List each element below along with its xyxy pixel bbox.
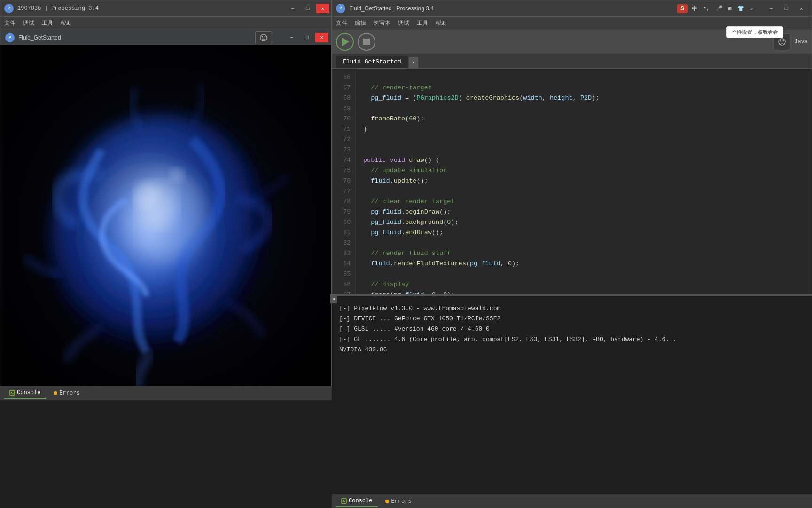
sketch-window: P 190703b | Processing 3.4 － □ ✕ 文件 调试 工… [0, 0, 334, 414]
menu-file[interactable]: 文件 [336, 19, 347, 27]
line-num-70: 70 [332, 114, 355, 124]
processing-icon-right: P [336, 4, 345, 13]
code-titlebar: P Fluid_GetStarted | Processing 3.4 S 中 … [332, 0, 812, 17]
console-line-5: NVIDIA 430.86 [339, 345, 804, 355]
console-tab-right[interactable]: Console [336, 496, 378, 507]
minimize-sketch[interactable]: － [285, 33, 298, 42]
close-button-right[interactable]: ✕ [795, 4, 808, 13]
code-titlebar-controls: － □ ✕ [765, 4, 808, 13]
console-line-3: [-] GLSL ..... #version 460 core / 4.60.… [339, 324, 804, 334]
errors-tab-right[interactable]: Errors [380, 496, 417, 507]
line-num-86: 86 [332, 279, 355, 290]
menu-help[interactable]: 帮助 [436, 19, 447, 27]
menu-item-tools-left[interactable]: 工具 [42, 19, 53, 27]
line-num-73: 73 [332, 145, 355, 155]
line-num-84: 84 [332, 259, 355, 269]
sketch-frame-controls: － □ ✕ [285, 33, 328, 42]
console-tab-left[interactable]: Console [4, 388, 46, 399]
close-sketch[interactable]: ✕ [315, 33, 328, 42]
svg-point-11 [780, 40, 781, 42]
line-num-72: 72 [332, 135, 355, 145]
fluid-simulation-svg [0, 45, 333, 406]
errors-tab-left[interactable]: Errors [48, 388, 85, 398]
sketch-titlebar-controls: － □ ✕ [286, 4, 329, 13]
close-button-left[interactable]: ✕ [316, 4, 329, 13]
tab-dropdown-button[interactable]: ▾ [409, 57, 418, 68]
line-num-79: 79 [332, 207, 355, 217]
line-num-76: 76 [332, 176, 355, 186]
sketch-titlebar-left: P 190703b | Processing 3.4 [4, 4, 286, 13]
plugin-tooltip: 个性设置，点我看看 [726, 26, 783, 38]
console-output: [-] PixelFlow v1.3.0 - www.thomasdiewald… [332, 296, 812, 363]
menu-debug[interactable]: 调试 [398, 19, 409, 27]
plugin-icon-shirt[interactable]: 👕 [735, 4, 746, 13]
collapse-arrow-button[interactable]: ◀ [330, 294, 337, 303]
line-num-80: 80 [332, 217, 355, 228]
right-console-area: [-] PixelFlow v1.3.0 - www.thomasdiewald… [332, 294, 812, 508]
plugin-icon-grid[interactable]: ⊞ [726, 4, 734, 13]
console-line-1: [-] PixelFlow v1.3.0 - www.thomasdiewald… [339, 303, 804, 314]
tab-fluid-getstarted[interactable]: Fluid_GetStarted [336, 56, 408, 68]
line-num-85: 85 [332, 269, 355, 279]
maximize-button-right[interactable]: □ [780, 4, 793, 13]
line-num-75: 75 [332, 166, 355, 176]
plugin-icon-zh[interactable]: 中 [690, 4, 699, 14]
code-window-title: Fluid_GetStarted | Processing 3.4 [349, 5, 434, 12]
plugin-icon-dot[interactable]: •, [701, 4, 711, 13]
left-console-tabs: Console Errors [0, 386, 334, 400]
tabs-bar: Fluid_GetStarted ▾ [332, 54, 812, 69]
line-num-82: 82 [332, 238, 355, 248]
svg-point-10 [779, 39, 785, 45]
svg-point-0 [260, 34, 267, 41]
line-num-81: 81 [332, 228, 355, 238]
svg-point-1 [262, 36, 263, 37]
plugin-icon-s[interactable]: S [677, 4, 688, 13]
menu-item-help-left[interactable]: 帮助 [61, 19, 72, 27]
left-console-area: Console Errors [0, 386, 334, 508]
warning-indicator-right [385, 500, 389, 503]
menu-item-file-left[interactable]: 文件 [4, 19, 16, 27]
sketch-frame-title: Fluid_GetStarted [18, 34, 61, 41]
minimize-button-left[interactable]: － [286, 4, 299, 13]
menu-item-debug-left[interactable]: 调试 [23, 19, 34, 27]
sketch-window-title: 190703b | Processing 3.4 [17, 5, 99, 12]
line-num-66: 66 [332, 72, 355, 83]
line-num-71: 71 [332, 124, 355, 135]
line-num-68: 68 [332, 93, 355, 103]
svg-point-8 [134, 183, 159, 208]
code-titlebar-right: S 中 •, 🎤 ⊞ 👕 ☑ － □ ✕ [677, 4, 808, 14]
play-button[interactable] [336, 33, 354, 51]
stop-icon [363, 39, 370, 45]
sketch-frame-titlebar: P Fluid_GetStarted － □ ✕ [0, 30, 333, 45]
console-line-4: [-] GL ....... 4.6 (Core profile, arb, c… [339, 334, 804, 345]
processing-icon-left: P [4, 4, 14, 13]
svg-point-2 [265, 36, 266, 37]
svg-point-9 [169, 167, 184, 183]
minimize-button-right[interactable]: － [765, 4, 778, 13]
code-titlebar-left: P Fluid_GetStarted | Processing 3.4 [336, 4, 434, 13]
sketch-canvas [0, 45, 333, 406]
debug-icon-left[interactable] [255, 31, 272, 44]
right-console-tabs: Console Errors [332, 494, 812, 508]
svg-rect-15 [342, 499, 346, 503]
line-num-74: 74 [332, 155, 355, 166]
menu-edit[interactable]: 编辑 [355, 19, 366, 27]
line-num-67: 67 [332, 83, 355, 93]
svg-rect-13 [10, 390, 15, 395]
line-num-69: 69 [332, 103, 355, 114]
line-num-78: 78 [332, 197, 355, 207]
maximize-sketch[interactable]: □ [300, 33, 313, 42]
stop-button[interactable] [358, 33, 375, 51]
plugin-icon-check[interactable]: ☑ [748, 4, 755, 13]
maximize-button-left[interactable]: □ [301, 4, 314, 13]
menu-tools[interactable]: 工具 [417, 19, 428, 27]
console-icon-left [9, 390, 15, 396]
warning-indicator-left [54, 391, 57, 395]
sketch-menubar: 文件 调试 工具 帮助 [0, 17, 333, 30]
line-num-83: 83 [332, 248, 355, 259]
play-icon [342, 38, 349, 46]
plugin-icon-mic[interactable]: 🎤 [714, 4, 725, 13]
menu-sketch[interactable]: 速写本 [374, 19, 390, 27]
line-num-77: 77 [332, 186, 355, 197]
mode-label: Java [794, 39, 808, 45]
